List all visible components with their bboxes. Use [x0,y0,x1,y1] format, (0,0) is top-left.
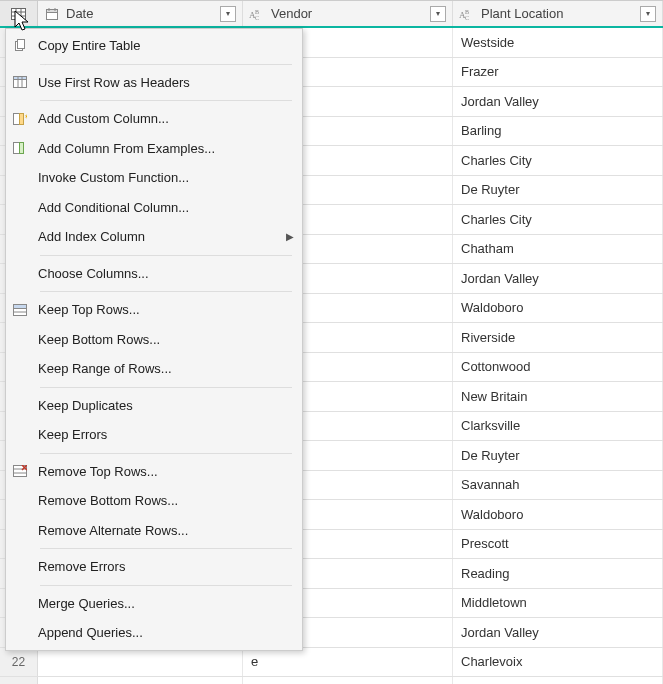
row-number[interactable]: 22 [0,648,38,677]
svg-text:C: C [255,15,259,21]
menu-item-remove-alternate-rows[interactable]: Remove Alternate Rows... [6,516,302,546]
menu-item-remove-errors[interactable]: Remove Errors [6,552,302,582]
menu-separator [40,453,292,454]
blank-icon [10,263,30,283]
menu-item-use-first-row-headers[interactable]: Use First Row as Headers [6,68,302,98]
blank-icon [10,491,30,511]
column-header-plant[interactable]: ABC Plant Location ▾ [453,1,663,26]
table-context-menu: Copy Entire Table Use First Row as Heade… [5,28,303,651]
menu-item-keep-range-of-rows[interactable]: Keep Range of Rows... [6,354,302,384]
table-corner-button[interactable] [0,1,38,26]
cell-plant[interactable]: Jordan Valley [453,618,663,647]
cell-vendor[interactable]: e [243,648,453,677]
svg-rect-16 [18,39,25,48]
menu-separator [40,100,292,101]
cell-plant[interactable]: De Ruyter [453,441,663,470]
menu-item-add-index-column[interactable]: Add Index Column ▶ [6,222,302,252]
menu-item-add-conditional-column[interactable]: Add Conditional Column... [6,193,302,223]
cell-plant[interactable]: Waldoboro [453,294,663,323]
cell-plant[interactable]: Chatham [453,235,663,264]
menu-item-add-custom-column[interactable]: ✶ Add Custom Column... [6,104,302,134]
cell-plant[interactable]: Charles City [453,146,663,175]
menu-item-keep-top-rows[interactable]: Keep Top Rows... [6,295,302,325]
add-column-icon: ✶ [10,109,30,129]
text-type-icon: ABC [459,6,475,22]
menu-item-invoke-custom-function[interactable]: Invoke Custom Function... [6,163,302,193]
cell-plant[interactable]: Westside [453,28,663,57]
data-table: Date ▾ ABC Vendor ▾ ABC Plant Location ▾… [0,0,663,684]
svg-rect-18 [14,77,27,80]
menu-item-remove-top-rows[interactable]: Remove Top Rows... [6,457,302,487]
menu-separator [40,64,292,65]
cell-plant[interactable]: Charles City [453,205,663,234]
blank-icon [10,168,30,188]
filter-dropdown-button[interactable]: ▾ [430,6,446,22]
examples-column-icon [10,138,30,158]
menu-separator [40,585,292,586]
blank-icon [10,623,30,643]
cell-plant[interactable]: Frazer [453,58,663,87]
blank-icon [10,520,30,540]
svg-rect-0 [12,8,26,19]
copy-icon [10,36,30,56]
cell-plant[interactable]: Clarksville [453,412,663,441]
menu-item-append-queries[interactable]: Append Queries... [6,618,302,648]
blank-icon [10,425,30,445]
menu-separator [40,548,292,549]
menu-separator [40,255,292,256]
table-row[interactable]: 2315-03-18ThoughtbridgeWestside [0,677,663,684]
column-header-vendor[interactable]: ABC Vendor ▾ [243,1,453,26]
blank-icon [10,557,30,577]
keep-rows-icon [10,300,30,320]
cell-vendor[interactable]: Thoughtbridge [243,677,453,684]
column-label: Vendor [271,6,424,21]
menu-item-remove-bottom-rows[interactable]: Remove Bottom Rows... [6,486,302,516]
menu-separator [40,387,292,388]
cell-plant[interactable]: De Ruyter [453,176,663,205]
column-label: Plant Location [481,6,634,21]
menu-item-keep-bottom-rows[interactable]: Keep Bottom Rows... [6,325,302,355]
svg-rect-25 [20,143,24,154]
svg-text:C: C [465,15,469,21]
menu-item-keep-duplicates[interactable]: Keep Duplicates [6,391,302,421]
cell-plant[interactable]: Barling [453,117,663,146]
calendar-icon [44,6,60,22]
menu-item-merge-queries[interactable]: Merge Queries... [6,589,302,619]
filter-dropdown-button[interactable]: ▾ [220,6,236,22]
cell-plant[interactable]: Jordan Valley [453,87,663,116]
row-number[interactable]: 23 [0,677,38,684]
cell-plant[interactable]: Reading [453,559,663,588]
table-header-icon [10,72,30,92]
table-row[interactable]: 22eCharlevoix [0,648,663,678]
menu-item-keep-errors[interactable]: Keep Errors [6,420,302,450]
blank-icon [10,395,30,415]
blank-icon [10,329,30,349]
cell-plant[interactable]: Savannah [453,471,663,500]
menu-item-copy-entire-table[interactable]: Copy Entire Table [6,31,302,61]
cell-plant[interactable]: Middletown [453,589,663,618]
remove-rows-icon [10,461,30,481]
filter-dropdown-button[interactable]: ▾ [640,6,656,22]
blank-icon [10,593,30,613]
cell-plant[interactable]: Charlevoix [453,648,663,677]
cell-plant[interactable]: Westside [453,677,663,684]
menu-item-add-column-from-examples[interactable]: Add Column From Examples... [6,134,302,164]
cell-plant[interactable]: Cottonwood [453,353,663,382]
cell-plant[interactable]: Prescott [453,530,663,559]
svg-rect-22 [20,113,24,124]
column-header-date[interactable]: Date ▾ [38,1,243,26]
cell-plant[interactable]: New Britain [453,382,663,411]
svg-rect-6 [47,9,58,12]
submenu-arrow-icon: ▶ [286,231,294,242]
column-header-row: Date ▾ ABC Vendor ▾ ABC Plant Location ▾ [0,0,663,28]
menu-item-choose-columns[interactable]: Choose Columns... [6,259,302,289]
svg-rect-27 [14,304,27,308]
cell-date[interactable]: 15-03-18 [38,677,243,684]
cell-date[interactable] [38,648,243,677]
column-label: Date [66,6,214,21]
cell-plant[interactable]: Waldoboro [453,500,663,529]
cell-plant[interactable]: Riverside [453,323,663,352]
svg-text:✶: ✶ [24,113,27,120]
cell-plant[interactable]: Jordan Valley [453,264,663,293]
blank-icon [10,197,30,217]
